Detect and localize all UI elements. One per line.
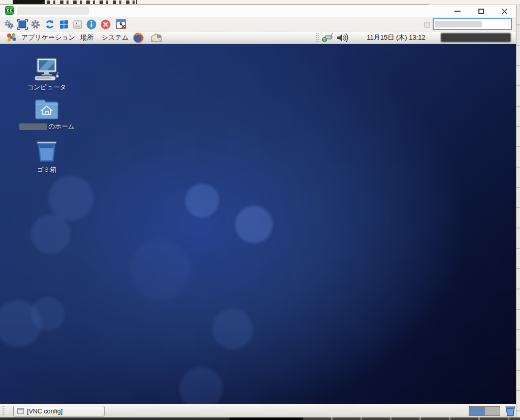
wallpaper-bokeh <box>127 237 193 303</box>
desktop-icon-trash[interactable]: ゴミ箱 <box>16 139 77 174</box>
send-windows-key-icon[interactable] <box>58 18 70 30</box>
desktop-icon-label: コンピュータ <box>27 83 66 92</box>
volume-icon[interactable] <box>336 32 349 44</box>
wallpaper-bokeh <box>29 296 66 332</box>
trash-icon <box>35 139 58 164</box>
panel-drag-handle[interactable] <box>316 33 319 43</box>
close-connection-icon[interactable] <box>100 18 112 30</box>
disconnect-window-icon[interactable] <box>115 18 127 30</box>
window-title-redacted <box>17 7 89 15</box>
title-bar[interactable] <box>0 5 516 17</box>
computer-label-text: コンピュータ <box>27 83 66 92</box>
panel-drag-handle[interactable] <box>2 406 5 416</box>
home-folder-icon <box>34 99 59 120</box>
wallpaper-bokeh <box>211 307 254 351</box>
taskbar-window-button[interactable]: [VNC config] <box>13 406 105 416</box>
home-label-text: のホーム <box>49 122 75 131</box>
connection-options-icon[interactable] <box>3 18 15 30</box>
gnome-bottom-panel: [VNC config] <box>0 404 516 417</box>
clock-applet[interactable]: 11月15日 (木) 13:12 <box>355 31 437 44</box>
menu-places[interactable]: 場所 <box>77 31 96 44</box>
desktop-icon-home[interactable]: のホーム <box>16 99 77 131</box>
info-icon[interactable] <box>85 18 98 30</box>
wallpaper-bokeh <box>29 213 72 255</box>
settings-gear-icon[interactable] <box>29 18 42 30</box>
panel-text-redacted <box>441 33 511 42</box>
background-window-edge <box>0 4 429 5</box>
host-taskbar-dark-segment <box>230 417 303 420</box>
vnc-viewer-window: アプリケーション 場所 システム <box>0 5 516 417</box>
firefox-icon[interactable] <box>133 32 144 44</box>
vnc-toolbar <box>0 17 516 31</box>
menu-system-label: システム <box>102 33 128 42</box>
workspace-switcher <box>469 406 500 416</box>
host-address-input[interactable] <box>433 18 512 30</box>
vnc-eyes-icon <box>5 6 14 15</box>
desktop-icon-label: のホーム <box>19 122 75 131</box>
minimize-button[interactable] <box>449 6 466 16</box>
trash-label-text: ゴミ箱 <box>37 166 56 174</box>
desktop-icon-computer[interactable]: コンピュータ <box>16 58 77 92</box>
toolbar-checkbox[interactable] <box>425 22 430 27</box>
file-transfer-icon[interactable] <box>72 18 84 30</box>
mail-icon[interactable] <box>150 32 162 44</box>
refresh-icon[interactable] <box>44 18 56 30</box>
window-icon <box>17 408 24 414</box>
menu-applications-label: アプリケーション <box>21 33 75 42</box>
background-window-right-sliver <box>516 5 520 417</box>
wallpaper-bokeh <box>234 204 274 245</box>
menu-system[interactable]: システム <box>99 31 132 44</box>
host-taskbar-sliver <box>0 417 520 420</box>
gnome-top-panel: アプリケーション 場所 システム <box>0 31 516 44</box>
host-taskbar-right-segment <box>303 417 520 420</box>
screen: アプリケーション 場所 システム <box>0 0 520 420</box>
taskbar-button-label: [VNC config] <box>27 408 62 415</box>
clock-text: 11月15日 (木) 13:12 <box>367 33 425 42</box>
menu-places-label: 場所 <box>80 33 93 42</box>
host-address-redacted <box>435 21 482 27</box>
menu-applications[interactable]: アプリケーション <box>18 31 78 44</box>
fullscreen-icon[interactable] <box>16 18 28 30</box>
workspace-1[interactable] <box>469 407 484 415</box>
wallpaper-bokeh <box>184 182 220 219</box>
computer-icon <box>33 58 60 81</box>
close-button[interactable] <box>496 6 513 16</box>
background-window-top-sliver <box>0 0 520 5</box>
desktop[interactable]: コンピュータ のホーム <box>0 44 516 404</box>
desktop-icon-label: ゴミ箱 <box>37 166 56 174</box>
username-redacted <box>19 123 47 130</box>
main-menu-icon[interactable] <box>6 32 17 44</box>
workspace-2[interactable] <box>484 407 500 415</box>
maximize-button[interactable] <box>472 6 490 16</box>
network-icon[interactable] <box>320 32 334 44</box>
trash-applet-icon[interactable] <box>505 405 516 417</box>
